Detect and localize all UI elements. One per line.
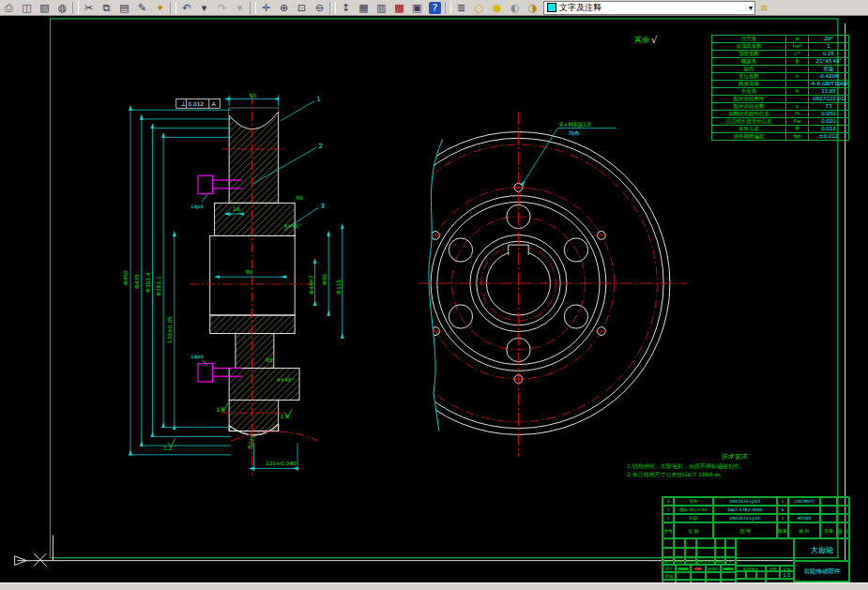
svg-text:4×45°: 4×45° bbox=[284, 223, 302, 229]
undo-dropdown-icon[interactable]: ▾ bbox=[195, 1, 213, 15]
gear-table-val: 0.25 bbox=[808, 51, 848, 57]
gear-table-label: 齿距极限偏差 bbox=[712, 133, 785, 140]
gear-table-sym: h bbox=[785, 88, 808, 95]
revision-header-cell: 年、月、日 bbox=[725, 557, 736, 565]
title-block-cell bbox=[691, 572, 706, 580]
copy-icon[interactable]: ⧉ bbox=[98, 1, 115, 15]
title-block-cell bbox=[706, 572, 721, 580]
layer-freeze-icon[interactable]: ◑ bbox=[524, 1, 541, 15]
check-label: 审核 bbox=[662, 572, 676, 580]
gear-table-val: 0923122-01 bbox=[808, 96, 848, 102]
svg-text:R225: R225 bbox=[247, 434, 256, 450]
print-preview-icon[interactable]: ◫ bbox=[18, 1, 36, 15]
toolbar-separator bbox=[329, 2, 336, 14]
layers-icon[interactable]: ≣ bbox=[452, 1, 470, 15]
pan-icon[interactable]: ✛ bbox=[257, 1, 275, 15]
gear-table-label: 公法线长度变动公差 bbox=[712, 118, 785, 125]
gear-table-sym bbox=[785, 66, 808, 72]
svg-text:90: 90 bbox=[246, 269, 253, 275]
gear-table-sym: Fw bbox=[785, 118, 808, 125]
svg-text:14Js9: 14Js9 bbox=[190, 204, 203, 209]
scale-value: 1:1 bbox=[780, 571, 794, 579]
tech-note-line: 2.未注线性尺寸公差按GB/T 1804-m。 bbox=[627, 470, 843, 478]
layer-color-icon[interactable]: ● bbox=[488, 1, 506, 15]
publish-icon[interactable]: ◍ bbox=[53, 1, 71, 15]
bom-header-cell: 备 注 bbox=[837, 522, 850, 538]
bom-cell: 1 bbox=[777, 514, 788, 522]
gear-table-row: 齿顶高系数ha*1 bbox=[712, 42, 848, 50]
gear-table-sym: z bbox=[785, 103, 808, 110]
gear-table-val: 0.020 bbox=[808, 118, 848, 125]
gear-table-val: 7-6-6 GB/T10095 bbox=[808, 81, 848, 87]
dimension-icon[interactable]: ↕ bbox=[337, 1, 355, 15]
gear-table-row: 齿圈径向跳动公差Fr0.050 bbox=[712, 110, 848, 117]
zoom-realtime-icon[interactable]: ⊕ bbox=[275, 1, 293, 15]
print-icon[interactable]: ⎙ bbox=[0, 1, 18, 15]
gear-table-label: 压力角 bbox=[712, 36, 785, 42]
gear-table-val: 20° bbox=[808, 36, 848, 42]
gear-table-sym bbox=[785, 81, 808, 87]
bom-cell: 1 bbox=[662, 514, 674, 522]
sheet-set-icon[interactable]: ▥ bbox=[373, 1, 390, 15]
part-name-cell: 大齿轮 bbox=[794, 538, 850, 561]
bom-cell bbox=[837, 506, 850, 514]
bom-cell: 6 bbox=[777, 506, 788, 514]
zoom-previous-icon[interactable]: ⊖ bbox=[311, 1, 328, 15]
drawing-number-cell bbox=[736, 538, 794, 566]
gear-table-sym: α bbox=[785, 36, 808, 42]
layer-lock-icon[interactable]: ◐ bbox=[506, 1, 524, 15]
redo-dropdown-icon[interactable]: ▾ bbox=[231, 1, 249, 15]
gear-table-sym: ha* bbox=[785, 43, 808, 50]
cut-icon[interactable]: ✂ bbox=[80, 1, 98, 15]
svg-text:50: 50 bbox=[250, 93, 257, 98]
svg-text:Φ44H7: Φ44H7 bbox=[309, 275, 314, 294]
layer-on-icon[interactable]: ○ bbox=[470, 1, 488, 15]
title-block-cell bbox=[746, 571, 756, 579]
zoom-window-icon[interactable]: ⊡ bbox=[293, 1, 311, 15]
gear-table-sym: fpt bbox=[785, 133, 808, 140]
table-icon[interactable]: ▦ bbox=[355, 1, 373, 15]
layer-combo[interactable]: 文字及注释▾ bbox=[543, 1, 755, 15]
gear-table-label: 变位系数 bbox=[712, 73, 785, 80]
redo-icon[interactable]: ↷ bbox=[213, 1, 231, 15]
gear-section-view[interactable]: ⊥ 0.012 A 50 Φ450 Φ435 Φ382.4 Φ362.1 130… bbox=[123, 93, 343, 476]
gtol-value: 0.012 bbox=[188, 101, 204, 107]
bom-cell: 0923122-LJ-01 bbox=[713, 514, 777, 522]
bom-cell: HT200 bbox=[788, 514, 820, 522]
svg-text:3: 3 bbox=[320, 203, 324, 210]
revision-empty-cell bbox=[696, 548, 715, 557]
calculator-icon[interactable]: ▣ bbox=[408, 1, 426, 15]
gear-table-label: 全齿高 bbox=[712, 88, 785, 95]
gear-table-row: 公法线长度变动公差Fw0.020 bbox=[712, 117, 848, 125]
bom-cell: 2 bbox=[662, 506, 674, 514]
standard-signature bbox=[721, 565, 736, 572]
command-area-edge[interactable] bbox=[0, 582, 868, 590]
bom-cell: 齿轮 bbox=[674, 497, 713, 506]
gear-table-sym: Fr bbox=[785, 111, 808, 117]
bom-cell bbox=[820, 514, 837, 522]
gtol-datum: A bbox=[212, 101, 216, 107]
revision-header-cell: 标记 bbox=[662, 557, 674, 565]
markup-icon[interactable]: ▩ bbox=[390, 1, 408, 15]
spelling-icon[interactable]: ▧ bbox=[36, 1, 53, 15]
gear-table-label: 配对齿轮图号 bbox=[712, 96, 785, 102]
design-signature bbox=[676, 565, 691, 572]
gear-table-row: 精度等级7-6-6 GB/T10095 bbox=[712, 80, 848, 87]
gear-front-view[interactable]: 6×M8深10 均布 bbox=[357, 112, 687, 457]
match-properties-icon[interactable]: ✎ bbox=[133, 1, 151, 15]
bom-cell bbox=[820, 506, 837, 514]
revision-header-cell: 分区 bbox=[685, 557, 696, 565]
paste-icon[interactable]: ▤ bbox=[115, 1, 133, 15]
undo-icon[interactable]: ↶ bbox=[177, 1, 195, 15]
draw-order-icon[interactable]: ≋ bbox=[755, 1, 773, 15]
svg-text:Φ435: Φ435 bbox=[134, 274, 140, 289]
bom-header-cell: 质量 bbox=[820, 522, 837, 538]
gear-table-row: 配对齿轮齿数z73 bbox=[712, 102, 848, 110]
svg-text:R5: R5 bbox=[296, 195, 303, 201]
chevron-down-icon[interactable]: ▾ bbox=[749, 4, 754, 12]
keyway-dims: 14Js9 14Js9 bbox=[190, 204, 203, 359]
help-icon[interactable]: ? bbox=[429, 2, 441, 14]
hole-note-sub: 均布 bbox=[568, 130, 580, 136]
drawing-canvas[interactable]: ⊥ 0.012 A 50 Φ450 Φ435 Φ382.4 Φ362.1 130… bbox=[0, 16, 868, 582]
paint-icon[interactable]: ✦ bbox=[151, 1, 169, 15]
